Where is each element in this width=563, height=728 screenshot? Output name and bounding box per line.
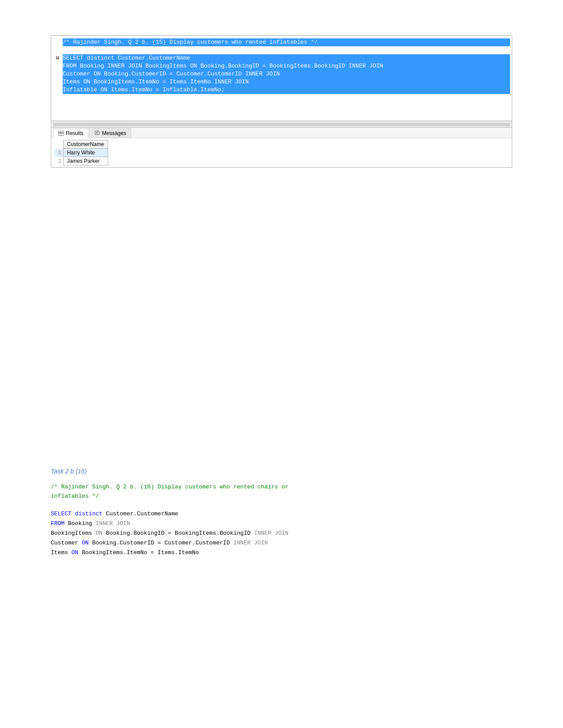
col-customername-header: CustomerName xyxy=(63,140,108,149)
horizontal-scrollbar[interactable] xyxy=(51,121,512,127)
code-editor[interactable]: /* Rajinder Singh. Q 2 b. (15) Display c… xyxy=(61,38,512,118)
code-line-inflatable: Inflatable ON Items.ItemNo = Inflatable.… xyxy=(63,86,510,94)
results-table-container: CustomerName 1 Harry White 2 James Parke… xyxy=(51,138,512,167)
sql-block: SELECT distinct Customer.CustomerName FR… xyxy=(51,509,512,558)
tab-messages[interactable]: Messages xyxy=(89,128,131,138)
svg-rect-5 xyxy=(95,131,99,135)
ln2 xyxy=(53,46,59,54)
data-table: CustomerName 1 Harry White 2 James Parke… xyxy=(55,140,108,165)
code-line-customer: Customer ON Booking.CustomerID = Custome… xyxy=(63,70,510,78)
code-line-empty2 xyxy=(63,102,510,110)
tab-results[interactable]: Results xyxy=(53,128,88,138)
table-icon xyxy=(58,130,64,136)
ln3: ⊟ xyxy=(53,54,59,62)
line-numbers: ⊟ xyxy=(51,38,61,118)
sql-line-1: SELECT distinct Customer.CustomerName xyxy=(51,509,512,519)
row-2-customername: James Parker xyxy=(63,157,108,165)
editor-area[interactable]: ⊟ /* Rajinder Singh. Q 2 b. (15) Display… xyxy=(51,36,512,121)
ln7 xyxy=(53,86,59,94)
scroll-track[interactable] xyxy=(53,123,510,126)
sql-line-5: Items ON BookingItems.ItemNo = Items.Ite… xyxy=(51,548,512,558)
comment-line-1: /* Rajinder Singh. Q 2 b. (16) Display c… xyxy=(51,484,288,490)
ln5 xyxy=(53,70,59,78)
results-panel: Results Messages CustomerName xyxy=(51,128,512,168)
lower-section: Task 2 b (16) /* Rajinder Singh. Q 2 b. … xyxy=(51,468,512,558)
code-line-empty3 xyxy=(63,110,510,118)
code-line-items: Items ON BookingItems.ItemNo = Items.Ite… xyxy=(63,78,510,86)
col-rownum-header xyxy=(55,140,63,149)
code-line-from: FROM Booking INNER JOIN BookingItems ON … xyxy=(63,62,510,70)
row-2-num: 2 xyxy=(55,157,63,165)
ln10 xyxy=(53,110,59,118)
code-line-select: SELECT distinct Customer.CustomerName xyxy=(63,54,510,62)
comment-block: /* Rajinder Singh. Q 2 b. (16) Display c… xyxy=(51,483,512,501)
sql-line-2: FROM Booking INNER JOIN xyxy=(51,519,512,529)
code-line-comment: /* Rajinder Singh. Q 2 b. (15) Display c… xyxy=(63,38,510,46)
task-heading: Task 2 b (16) xyxy=(51,468,512,475)
sql-line-3: BookingItems ON Booking.BookingID = Book… xyxy=(51,529,512,538)
ln1 xyxy=(53,38,59,46)
tab-results-label: Results xyxy=(66,130,83,136)
row-1-customername: Harry White xyxy=(63,149,108,157)
page-container: ⊟ /* Rajinder Singh. Q 2 b. (15) Display… xyxy=(0,0,563,728)
tab-messages-label: Messages xyxy=(102,130,126,136)
code-line-empty1 xyxy=(63,94,510,102)
row-1-num: 1 xyxy=(55,149,63,157)
ln4 xyxy=(53,62,59,70)
sql-line-4: Customer ON Booking.CustomerID = Custome… xyxy=(51,538,512,548)
ln9 xyxy=(53,102,59,110)
code-line-blank xyxy=(63,46,510,54)
ln8 xyxy=(53,94,59,102)
results-tabs: Results Messages xyxy=(51,128,512,138)
table-row: 1 Harry White xyxy=(55,149,108,157)
ln6 xyxy=(53,78,59,86)
message-icon xyxy=(94,130,100,136)
comment-line-2: inflatables */ xyxy=(51,493,99,499)
sql-editor-panel: ⊟ /* Rajinder Singh. Q 2 b. (15) Display… xyxy=(51,35,512,128)
table-row: 2 James Parker xyxy=(55,157,108,165)
